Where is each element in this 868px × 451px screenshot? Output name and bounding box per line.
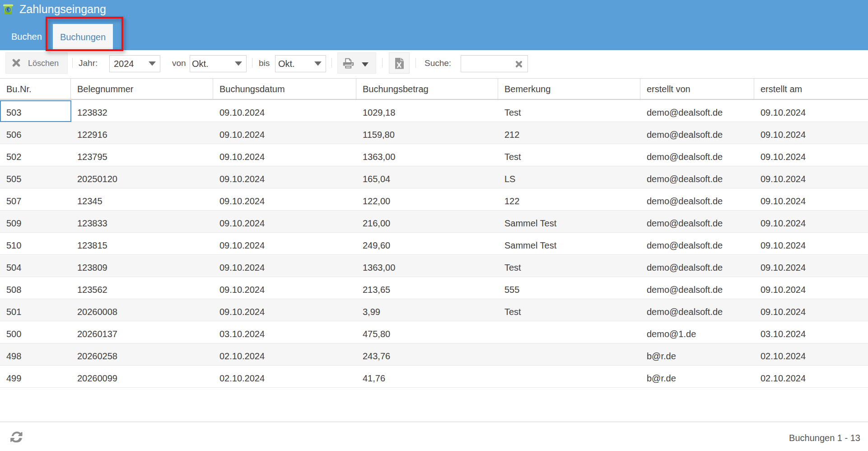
svg-text:€: €: [7, 7, 9, 12]
